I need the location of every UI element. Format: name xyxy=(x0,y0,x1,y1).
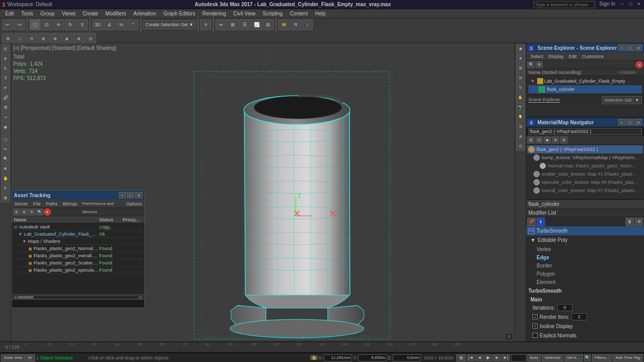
asset-row-lab[interactable]: ▼ Lab_Graduated_Cylinder_Flask_Empty_max… xyxy=(12,231,144,238)
se-menu-display[interactable]: Display xyxy=(546,54,566,59)
play-btn[interactable]: ▶ xyxy=(484,354,492,361)
se-tool-2[interactable]: ⚙ xyxy=(536,61,543,68)
sub-vertex[interactable]: Vertex xyxy=(526,245,644,253)
vp-zoom-btn[interactable]: ⊕ xyxy=(516,54,525,63)
material-editor-btn[interactable]: M xyxy=(278,19,289,30)
mat-tool-1[interactable]: ⊞ xyxy=(527,137,535,144)
vp-pan-btn[interactable]: ✋ xyxy=(516,93,525,102)
state-sets-btn[interactable]: State Sets xyxy=(1,354,25,361)
asset-menu-server[interactable]: Server xyxy=(12,200,31,208)
minimize-btn[interactable]: − xyxy=(619,1,625,8)
asset-row-scatter[interactable]: ▣ Flasks_plastic_geo2_Scatter.png Found xyxy=(12,259,144,266)
mat-item-5[interactable]: overall_color_texture: Map #7 (Flasks_pl… xyxy=(527,186,643,195)
left-pan-btn[interactable]: ✋ xyxy=(1,174,10,183)
mat-tool-2[interactable]: ⊡ xyxy=(536,137,543,144)
set-key-btn[interactable]: Set K... xyxy=(564,354,583,361)
next-frame-btn[interactable]: ►| xyxy=(502,354,510,361)
modifier-turbosmooth[interactable]: TS TurboSmooth xyxy=(526,226,644,236)
mat-item-1[interactable]: bump_texture: VRayNormalMap ( VRayNormal… xyxy=(527,154,643,162)
asset-scrollbar[interactable]: ◄ ► xyxy=(12,294,144,299)
mat-tool-4[interactable]: ⊕ xyxy=(552,137,559,144)
select-region-btn[interactable]: ⊡ xyxy=(41,19,52,30)
left-link-btn[interactable]: 🔗 xyxy=(1,93,10,102)
left-paint-sel[interactable]: ✏ xyxy=(1,144,10,154)
asset-tool-4[interactable]: 🔍 xyxy=(36,208,43,216)
rotate-btn[interactable]: ↻ xyxy=(65,19,76,30)
scale-btn[interactable]: ⧖ xyxy=(77,19,88,30)
asset-menu-file[interactable]: File xyxy=(31,200,44,208)
mat-nav-minimize[interactable]: − xyxy=(618,119,625,125)
se-menu-select[interactable]: Select xyxy=(528,54,545,59)
mat-tool-5[interactable]: ⊗ xyxy=(560,137,567,144)
timeline-track[interactable]: 0 10 20 30 40 50 60 70 80 90 100 110 120… xyxy=(25,342,644,352)
left-rect-select[interactable]: ▢ xyxy=(1,135,10,144)
align-btn[interactable]: ⊠ xyxy=(227,19,238,30)
left-issolate-btn[interactable]: ◉ xyxy=(1,122,10,131)
asset-scroll-left[interactable]: ◄ xyxy=(13,295,17,300)
isoline-checkbox[interactable] xyxy=(532,323,538,329)
mirror-btn[interactable]: ⇔ xyxy=(215,19,227,30)
asset-row-specular[interactable]: ▣ Flasks_plastic_geo2_specular.png Found xyxy=(12,266,144,274)
named-sel-btn[interactable]: ≡ xyxy=(200,19,211,30)
auto-key-btn[interactable]: Auto xyxy=(527,354,541,361)
asset-row-overall[interactable]: ▣ Flasks_plastic_geo2_overall.png Found xyxy=(12,252,144,259)
add-time-tag-btn[interactable]: Add Time Tag xyxy=(613,354,643,361)
left-select-btn[interactable]: ⊡ xyxy=(1,44,10,53)
asset-row-vault[interactable]: ⊞ Autodesk Vault Logg... xyxy=(12,223,144,231)
mod-toolbar-delete[interactable]: 🗑 xyxy=(625,218,634,226)
vp-select-btn[interactable]: ◉ xyxy=(516,44,525,53)
mod-toolbar-active[interactable]: 1 xyxy=(537,218,545,226)
layer-btn[interactable]: ☰ xyxy=(239,19,250,30)
mod-toolbar-pin[interactable]: 📌 xyxy=(527,218,536,226)
y-input[interactable] xyxy=(358,354,387,361)
sub-polygon[interactable]: Polygon xyxy=(526,270,644,278)
render-iters-checkbox[interactable] xyxy=(532,314,538,319)
z-input[interactable] xyxy=(393,354,421,361)
scene-explorer-close[interactable]: × xyxy=(635,45,642,51)
mat-tool-3[interactable]: ▶ xyxy=(544,137,551,144)
vp-clone-btn[interactable]: ⊕ xyxy=(516,132,525,141)
sub-edge[interactable]: Edge xyxy=(526,253,644,261)
selection-set-dropdown[interactable]: ▼ xyxy=(635,98,639,103)
scene-explorer-minimize[interactable]: − xyxy=(618,45,625,51)
toolbar-r2-3[interactable]: ⧈ xyxy=(26,33,37,44)
asset-path-input[interactable] xyxy=(13,300,143,307)
mat-nav-close[interactable]: × xyxy=(635,119,642,125)
left-zoom-all-btn[interactable]: ⊕ xyxy=(1,164,10,173)
asset-menu-paths[interactable]: Paths xyxy=(43,200,60,208)
redo-btn[interactable]: ↪ xyxy=(14,19,25,30)
left-zoom-btn[interactable]: 🔍 xyxy=(1,154,10,163)
asset-menu-bitmap[interactable]: Bitmap xyxy=(60,200,80,208)
sub-element[interactable]: Element xyxy=(526,278,644,286)
asset-tool-1[interactable]: ⊕ xyxy=(13,208,20,216)
sub-border[interactable]: Border xyxy=(526,261,644,270)
asset-scrollbar-thumb[interactable] xyxy=(18,296,33,298)
explicit-normals-checkbox[interactable] xyxy=(532,333,538,338)
toolbar-r2-7[interactable]: ⊕ xyxy=(73,33,84,44)
selected-btn[interactable]: Selected xyxy=(542,354,563,361)
filter-icon[interactable]: 🔍 xyxy=(584,354,591,361)
left-unlink-btn[interactable]: ⛓ xyxy=(1,103,10,112)
prev-key-btn[interactable]: ◄ xyxy=(475,354,484,361)
mat-item-4[interactable]: specular_color_texture: Map #6 (Flasks_p… xyxy=(527,178,643,186)
asset-scrollbar-track[interactable] xyxy=(17,296,139,299)
vp-wire-btn[interactable]: ⊡ xyxy=(516,142,525,151)
left-orbit-btn[interactable]: ↻ xyxy=(1,183,10,193)
selection-set-dropdown-icon[interactable]: ▼ xyxy=(189,22,194,27)
turbosmooth-main-header[interactable]: Main xyxy=(528,296,642,303)
vp-light-btn[interactable]: 💡 xyxy=(516,112,525,122)
asset-restore[interactable]: □ xyxy=(127,192,134,198)
se-menu-customize[interactable]: Customize xyxy=(580,54,606,59)
vp-settings-btn[interactable]: ⚙ xyxy=(516,122,525,131)
menu-help[interactable]: Help xyxy=(312,9,329,18)
mod-toolbar-settings[interactable]: ⚙ xyxy=(635,218,643,226)
toolbar-r2-4[interactable]: ⊕ xyxy=(38,33,49,44)
asset-close[interactable]: × xyxy=(135,192,142,198)
snap-3d-btn[interactable]: 3D xyxy=(92,19,103,30)
material-name-input[interactable] xyxy=(528,128,642,135)
filters-btn[interactable]: Filters... xyxy=(592,354,612,361)
move-btn[interactable]: ✛ xyxy=(53,19,64,30)
vp-orbit-btn[interactable]: ↻ xyxy=(516,83,525,92)
prev-frame-btn[interactable]: |◄ xyxy=(467,354,475,361)
left-move-btn[interactable]: ✛ xyxy=(1,54,10,63)
